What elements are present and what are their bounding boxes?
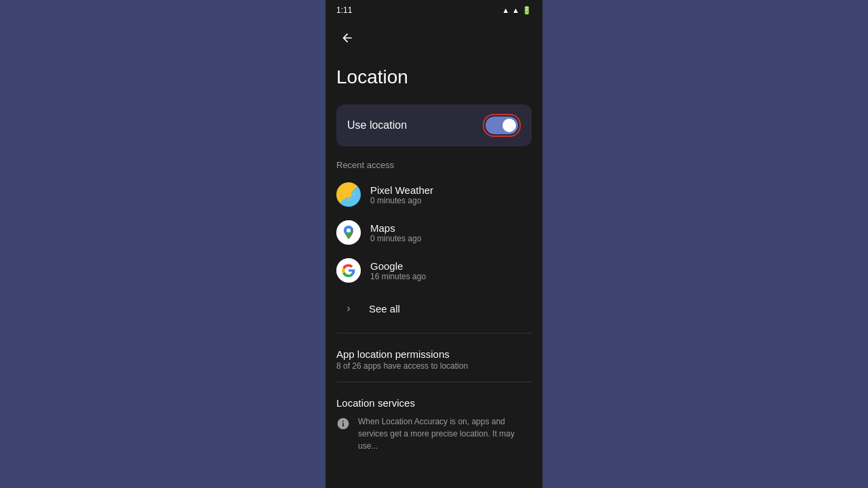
page-content: Location Use location Recent access <box>326 56 542 488</box>
see-all-text: See all <box>369 303 400 314</box>
battery-icon: 🔋 <box>522 6 532 15</box>
status-bar: 1:11 ▲ ▲ 🔋 <box>326 0 542 20</box>
see-all-row[interactable]: › See all <box>336 289 532 327</box>
page-title: Location <box>336 66 532 88</box>
divider-2 <box>336 382 532 382</box>
app-item-weather[interactable]: Pixel Weather 0 minutes ago <box>336 176 532 214</box>
info-text: When Location Accuracy is on, apps and s… <box>358 415 532 452</box>
info-icon <box>336 417 350 434</box>
chevron-right-icon: › <box>336 296 361 321</box>
app-item-google[interactable]: Google 16 minutes ago <box>336 251 532 289</box>
weather-app-time: 0 minutes ago <box>370 196 433 205</box>
google-app-icon <box>336 258 361 283</box>
maps-app-name: Maps <box>370 222 421 234</box>
info-row: When Location Accuracy is on, apps and s… <box>336 415 532 458</box>
use-location-label: Use location <box>347 119 407 131</box>
weather-app-name: Pixel Weather <box>370 184 433 196</box>
app-location-permissions-subtitle: 8 of 26 apps have access to location <box>336 361 532 371</box>
use-location-toggle[interactable] <box>486 117 518 134</box>
svg-point-0 <box>345 191 351 197</box>
google-app-time: 16 minutes ago <box>370 272 426 281</box>
location-services-title: Location services <box>336 388 532 415</box>
divider-1 <box>336 333 532 333</box>
maps-app-info: Maps 0 minutes ago <box>370 222 421 243</box>
wifi-icon: ▲ <box>502 6 509 14</box>
weather-app-info: Pixel Weather 0 minutes ago <box>370 184 433 205</box>
google-app-name: Google <box>370 260 426 272</box>
weather-app-icon <box>336 182 361 207</box>
app-location-permissions-title: App location permissions <box>336 348 532 360</box>
signal-icon: ▲ <box>512 6 519 14</box>
svg-point-6 <box>347 228 351 232</box>
google-app-info: Google 16 minutes ago <box>370 260 426 281</box>
status-time: 1:11 <box>336 5 352 15</box>
back-button[interactable] <box>336 27 358 49</box>
phone-screen: 1:11 ▲ ▲ 🔋 Location Use location <box>326 0 542 488</box>
use-location-toggle-wrapper <box>483 114 521 137</box>
recent-access-header: Recent access <box>336 160 532 170</box>
app-location-permissions-block[interactable]: App location permissions 8 of 26 apps ha… <box>336 339 532 376</box>
app-item-maps[interactable]: Maps 0 minutes ago <box>336 214 532 251</box>
status-icons: ▲ ▲ 🔋 <box>502 6 532 15</box>
toggle-thumb <box>502 119 516 132</box>
use-location-card[interactable]: Use location <box>336 104 532 146</box>
nav-bar <box>326 20 542 56</box>
maps-app-icon <box>336 220 361 245</box>
maps-app-time: 0 minutes ago <box>370 234 421 243</box>
